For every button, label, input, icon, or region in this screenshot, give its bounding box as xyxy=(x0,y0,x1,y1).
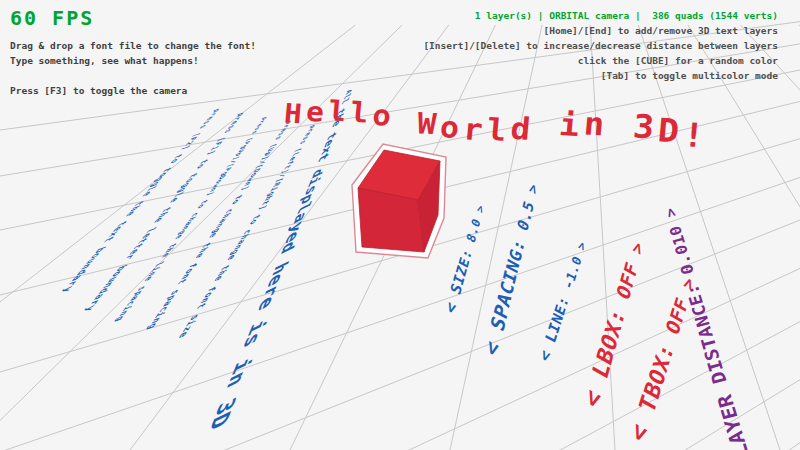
fps-counter: 60 FPS xyxy=(10,6,256,30)
status-text: 1 layer(s) | ORBITAL camera | 386 quads … xyxy=(423,8,778,23)
hud-right: 1 layer(s) | ORBITAL camera | 386 quads … xyxy=(423,8,778,83)
hud-hint-camera: Press [F3] to toggle the camera xyxy=(10,83,256,98)
hud-hint-layers: [Home]/[End] to add/remove 3D text layer… xyxy=(423,23,778,38)
hud-hint-drop-font: Drag & drop a font file to change the fo… xyxy=(10,38,256,53)
hud-hint-type: Type something, see what happens! xyxy=(10,53,256,68)
app-window: press [F2] to toggle the text boundary p… xyxy=(0,0,800,450)
hud-left: 60 FPS Drag & drop a font file to change… xyxy=(10,6,256,98)
hud-hint-multicolor: [Tab] to toggle multicolor mode xyxy=(423,68,778,83)
hud-hint-layer-distance: [Insert]/[Delete] to increase/decrease d… xyxy=(423,38,778,53)
hud-hint-cube-color: click the [CUBE] for a random color xyxy=(423,53,778,68)
